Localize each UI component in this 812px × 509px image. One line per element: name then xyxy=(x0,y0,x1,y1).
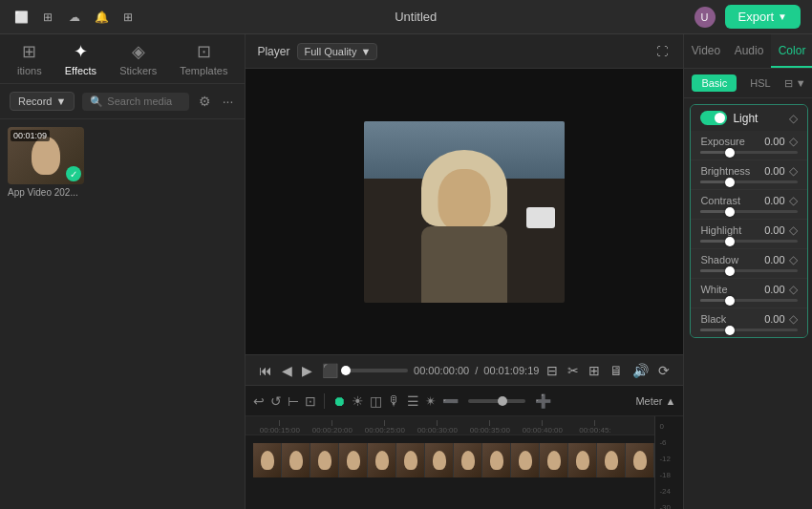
meter-button[interactable]: Meter ▲ xyxy=(635,395,675,407)
black-label-row: Black 0.00 ◇ xyxy=(700,312,797,326)
light-toggle[interactable] xyxy=(700,111,727,125)
compare-button[interactable]: ⊟ ▼ xyxy=(784,77,806,90)
media-thumbnail[interactable]: 00:01:09 ✓ xyxy=(8,127,84,184)
brightness-reset-icon[interactable]: ◇ xyxy=(789,164,798,178)
export-label: Export xyxy=(738,10,775,24)
contrast-slider[interactable] xyxy=(700,210,797,213)
search-input[interactable] xyxy=(107,95,181,107)
subtab-hsl[interactable]: HSL xyxy=(740,74,780,92)
tab-audio[interactable]: Audio xyxy=(727,34,770,68)
sidebar-item-stickers[interactable]: ◈ Stickers xyxy=(110,35,166,82)
fx-button[interactable]: ✴ xyxy=(425,393,437,409)
light-section-header-left: Light xyxy=(700,111,758,125)
highlight-reset-icon[interactable]: ◇ xyxy=(789,223,798,237)
quality-select[interactable]: Full Quality ▼ xyxy=(297,43,377,60)
shadow-thumb[interactable] xyxy=(725,266,735,276)
black-reset-icon[interactable]: ◇ xyxy=(789,312,798,326)
audio-button[interactable]: 🎙 xyxy=(388,393,401,409)
highlight-thumb[interactable] xyxy=(725,237,735,246)
filter-icon[interactable]: ⚙ xyxy=(197,92,213,111)
tab-color[interactable]: Color xyxy=(771,34,812,68)
top-bar: ⬜ ⊞ ☁ 🔔 ⊞ Untitled U Export ▼ xyxy=(0,0,812,34)
undo-button[interactable]: ↩ xyxy=(253,393,265,409)
record-chevron-icon: ▼ xyxy=(55,95,66,107)
highlight-value: 0.00 xyxy=(764,224,784,236)
meter-value-12: -12 xyxy=(659,455,679,463)
exposure-value: 0.00 xyxy=(764,136,784,147)
subject-face xyxy=(438,169,491,231)
strip-frame xyxy=(454,443,482,477)
exposure-label-row: Exposure 0.00 ◇ xyxy=(700,135,797,148)
caption-button[interactable]: ⊞ xyxy=(587,361,602,380)
trim-button[interactable]: ✂ xyxy=(566,361,581,380)
strip-frame xyxy=(626,443,654,477)
progress-bar[interactable] xyxy=(346,369,408,372)
grid-icon: ⊞ xyxy=(118,8,138,27)
color-subtabs: Basic HSL ⊟ ▼ xyxy=(684,69,812,98)
stop-button[interactable]: ⬛ xyxy=(320,361,340,380)
black-thumb[interactable] xyxy=(725,326,735,335)
meter-value-0: 0 xyxy=(659,422,679,431)
minus-button[interactable]: ➖ xyxy=(442,393,459,409)
subtab-basic[interactable]: Basic xyxy=(692,74,737,92)
media-name: App Video 202... xyxy=(8,187,84,198)
black-slider[interactable] xyxy=(700,329,797,331)
fullscreen-icon[interactable]: ⛶ xyxy=(652,42,672,61)
strip-frame xyxy=(425,443,454,477)
sidebar-item-templates[interactable]: ⊡ Templates xyxy=(170,35,237,82)
templates-icon: ⊡ xyxy=(197,41,211,62)
subtitle-button[interactable]: ☰ xyxy=(407,393,419,409)
strip-frame xyxy=(597,443,626,477)
exposure-reset-icon[interactable]: ◇ xyxy=(789,135,798,148)
tab-audio-label: Audio xyxy=(735,44,764,57)
volume-button[interactable]: 🔊 xyxy=(630,361,651,380)
highlight-slider[interactable] xyxy=(700,240,797,243)
mask-button[interactable]: ◫ xyxy=(370,393,382,409)
export-button[interactable]: Export ▼ xyxy=(725,5,801,29)
window-title: Untitled xyxy=(395,10,437,24)
sidebar-item-transitions[interactable]: ⊞ itions xyxy=(8,35,52,82)
meter-value-24: -24 xyxy=(659,487,679,496)
redo-button[interactable]: ↺ xyxy=(270,393,282,409)
current-time: 00:00:00:00 xyxy=(414,365,469,376)
record-tl-button[interactable]: ⏺ xyxy=(332,393,346,409)
record-button[interactable]: Record ▼ xyxy=(10,92,75,111)
strip-frame xyxy=(396,443,425,477)
plus-button[interactable]: ➕ xyxy=(535,393,551,409)
zoom-bar[interactable] xyxy=(468,399,525,403)
split-button[interactable]: ⊢ xyxy=(288,393,299,409)
ruler-mark: 00:00:40:00 xyxy=(516,420,568,435)
tab-video[interactable]: Video xyxy=(684,34,727,68)
crop-tl-button[interactable]: ⊡ xyxy=(305,393,316,409)
exposure-slider[interactable] xyxy=(700,151,797,154)
sidebar-item-effects[interactable]: ✦ Effects xyxy=(55,35,106,82)
shadow-label: Shadow xyxy=(700,254,738,265)
brightness-label: Brightness xyxy=(700,165,750,177)
play-button[interactable]: ▶ xyxy=(300,361,314,380)
white-thumb[interactable] xyxy=(725,296,735,306)
video-strip xyxy=(253,443,654,477)
contrast-reset-icon[interactable]: ◇ xyxy=(789,194,798,207)
brightness-thumb[interactable] xyxy=(725,178,735,187)
screen-btn[interactable]: 🖥 xyxy=(608,361,625,380)
crop-button[interactable]: ⊟ xyxy=(545,361,560,380)
shadow-reset-icon[interactable]: ◇ xyxy=(789,253,798,266)
player-label: Player xyxy=(257,45,289,58)
more-icon[interactable]: ··· xyxy=(221,92,236,111)
ruler-mark: 00:00:25:00 xyxy=(358,420,411,435)
prev-frame-button[interactable]: ⏮ xyxy=(257,361,274,380)
meter-label: Meter xyxy=(635,395,662,407)
white-slider[interactable] xyxy=(700,299,797,302)
strip-frame xyxy=(368,443,396,477)
video-track[interactable] xyxy=(253,443,654,477)
exposure-thumb[interactable] xyxy=(725,148,735,158)
white-reset-icon[interactable]: ◇ xyxy=(789,283,798,296)
shadow-slider[interactable] xyxy=(700,269,797,272)
brightness-slider[interactable] xyxy=(700,180,797,183)
frame-back-button[interactable]: ◀ xyxy=(280,361,294,380)
more-ctrl-button[interactable]: ⟳ xyxy=(656,361,672,380)
snap-button[interactable]: ☀ xyxy=(352,393,364,409)
light-reset-icon[interactable]: ◇ xyxy=(789,112,798,125)
highlight-label-row: Highlight 0.00 ◇ xyxy=(700,223,797,237)
contrast-thumb[interactable] xyxy=(725,207,735,217)
